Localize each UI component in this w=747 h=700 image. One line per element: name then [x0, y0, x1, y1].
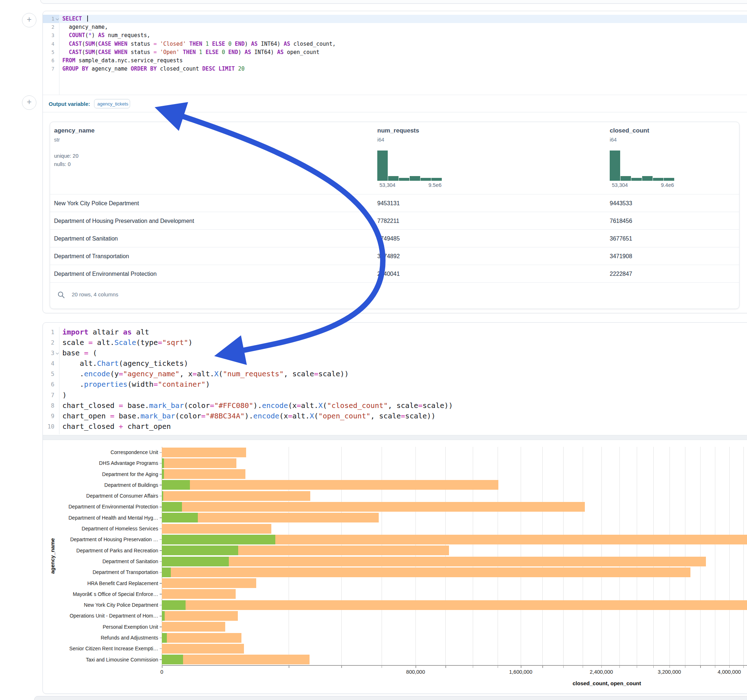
closed-count-bar: [162, 589, 236, 599]
closed-count-bar: [162, 491, 310, 501]
table-footer: 20 rows, 4 columns: [50, 282, 739, 309]
x-axis-tick: [521, 666, 522, 668]
code-line[interactable]: 3base = (: [43, 348, 747, 358]
table-row[interactable]: Department of Housing Preservation and D…: [50, 212, 739, 230]
code-line[interactable]: 10chart_closed + chart_open: [43, 421, 747, 432]
line-number: 5: [43, 48, 59, 57]
chart-row: New York City Police Department: [47, 599, 747, 610]
code-line[interactable]: 5 .encode(y="agency_name", x=alt.X("num_…: [43, 369, 747, 379]
column-name: agency_name: [54, 127, 94, 134]
chevron-down-icon[interactable]: [56, 18, 59, 20]
chart-row: Department of Health and Mental Hyg…: [47, 512, 747, 523]
chart-row: Department of Parks and Recreation: [47, 545, 747, 556]
divider: [43, 112, 747, 112]
x-axis-tick: [653, 666, 654, 668]
add-cell-button[interactable]: +: [22, 13, 36, 27]
add-cell-button[interactable]: +: [22, 95, 36, 110]
open-count-bar: [162, 557, 229, 566]
code-line[interactable]: 7GROUP BY agency_name ORDER BY closed_co…: [43, 65, 747, 73]
x-axis-label: 800,000: [406, 669, 425, 675]
table-cell: 3471908: [610, 247, 632, 265]
chart-row: Department of Consumer Affairs: [47, 490, 747, 501]
table-cell: New York City Police Department: [54, 195, 360, 212]
y-axis-label: Department of Sanitation: [47, 556, 158, 567]
code-line[interactable]: 9chart_open = base.mark_bar(color="#8BC3…: [43, 411, 747, 421]
y-axis-label: Mayorâ€ s Office of Special Enforce…: [47, 589, 158, 599]
table-row[interactable]: New York City Police Department945313194…: [50, 194, 739, 212]
table-row[interactable]: Department of Sanitation37494853677651: [50, 229, 739, 247]
code-line[interactable]: 8chart_closed = base.mark_bar(color="#FF…: [43, 400, 747, 411]
code-line[interactable]: 6 .properties(width="container"): [43, 379, 747, 389]
search-icon[interactable]: [57, 291, 65, 299]
x-axis-tick: [289, 666, 289, 668]
chart-row: DHS Advantage Programs: [47, 458, 747, 468]
closed-count-bar: [162, 655, 310, 664]
chevron-down-icon[interactable]: [56, 352, 59, 355]
python-code-editor[interactable]: 1import altair as alt2scale = alt.Scale(…: [43, 327, 747, 434]
code-line[interactable]: 2 agency_name,: [43, 23, 747, 31]
open-count-bar: [162, 600, 186, 610]
y-axis-label: Department of Parks and Recreation: [47, 545, 158, 556]
code-line[interactable]: 2scale = alt.Scale(type="sqrt"): [43, 337, 747, 348]
table-cell: Department of Environmental Protection: [54, 265, 360, 283]
column-type: i64: [377, 137, 449, 143]
line-number: 1: [43, 327, 59, 337]
line-number: 8: [43, 400, 59, 411]
chart-row: Operations Unit - Department of Hom…: [47, 610, 747, 621]
y-axis-label: Department for the Aging: [47, 469, 158, 480]
y-axis-label: Taxi and Limousine Commission: [47, 654, 158, 665]
open-count-bar: [162, 459, 164, 468]
code-line[interactable]: 4 alt.Chart(agency_tickets): [43, 358, 747, 369]
open-count-bar: [162, 611, 165, 621]
chart-row: Personal Exemption Unit: [47, 622, 747, 632]
x-axis-tick: [497, 666, 498, 668]
line-number: 4: [43, 40, 59, 48]
table-row[interactable]: Department of Transportation377489234719…: [50, 247, 739, 265]
closed-count-bar: [162, 600, 747, 610]
open-count-bar: [162, 655, 183, 664]
table-cell: 3677651: [610, 230, 632, 247]
chart-row: Refunds and Adjustments: [47, 632, 747, 643]
notebook-page: + + 1SELECT 2 agency_name,3 COUNT(*) AS …: [0, 0, 747, 700]
histogram-bar: [399, 178, 409, 181]
code-line[interactable]: 1SELECT: [43, 15, 747, 23]
code-line[interactable]: 3 COUNT(*) AS num_requests,: [43, 31, 747, 39]
column-name: num_requests: [377, 127, 449, 134]
column-header[interactable]: num_requestsi6453,3049.5e6: [377, 127, 449, 189]
previous-cell-edge: [40, 0, 747, 4]
line-number: 1: [43, 15, 59, 23]
chart-row: HRA Benefit Card Replacement: [47, 578, 747, 589]
histogram-max-label: 9.4e6: [661, 182, 674, 188]
histogram-bar: [664, 178, 674, 181]
open-count-bar: [162, 633, 167, 643]
column-header[interactable]: closed_counti6453,3049.4e6: [610, 127, 682, 189]
code-line[interactable]: 6FROM sample_data.nyc.service_requests: [43, 57, 747, 65]
closed-count-bar: [162, 644, 244, 653]
column-type: str: [54, 137, 94, 143]
histogram-bar: [388, 176, 399, 181]
x-axis-tick: [445, 666, 446, 668]
closed-count-bar: [162, 633, 242, 643]
y-axis-label: Senior Citizen Rent Increase Exempti…: [47, 643, 158, 654]
y-axis-label: Department of Environmental Protection: [47, 501, 158, 512]
table-row[interactable]: Department of Environmental Protection22…: [50, 265, 739, 283]
table-cell: 7782211: [377, 212, 399, 230]
line-number: 4: [43, 358, 59, 369]
x-axis-label: 4,000,000: [718, 669, 741, 675]
closed-count-bar: [162, 469, 245, 479]
open-count-bar: [162, 567, 171, 577]
sql-code-editor[interactable]: 1SELECT 2 agency_name,3 COUNT(*) AS num_…: [43, 15, 747, 95]
column-header[interactable]: agency_namestrunique: 20nulls: 0: [54, 127, 94, 169]
output-variable-chip[interactable]: agency_tickets: [94, 99, 130, 109]
code-line[interactable]: 1import altair as alt: [43, 327, 747, 337]
table-cell: 9453131: [377, 195, 400, 212]
cell-section-divider: [43, 435, 747, 440]
y-axis-label: HRA Benefit Card Replacement: [47, 578, 158, 589]
x-axis-tick: [542, 666, 543, 668]
code-line[interactable]: 4 CAST(SUM(CASE WHEN status = 'Closed' T…: [43, 40, 747, 48]
code-line[interactable]: 7): [43, 390, 747, 400]
column-type: i64: [610, 137, 682, 143]
x-axis-label: 2,400,000: [590, 669, 613, 675]
code-line[interactable]: 5 CAST(SUM(CASE WHEN status = 'Open' THE…: [43, 48, 747, 57]
x-axis-tick: [715, 666, 716, 668]
